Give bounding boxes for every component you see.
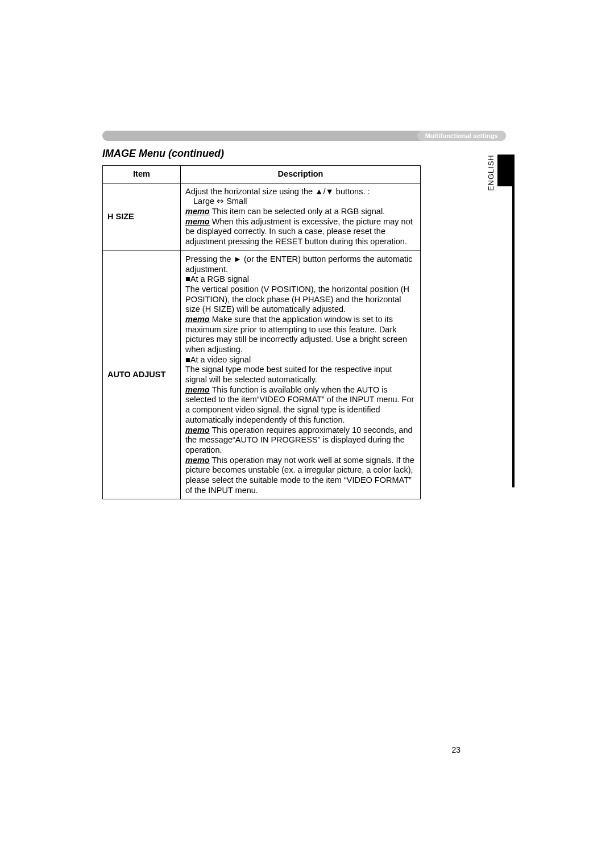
subheading-rgb: ■At a RGB signal [185,274,249,283]
table-row: AUTO ADJUST Pressing the ► (or the ENTER… [103,251,421,499]
item-name-hsize: H SIZE [103,183,181,251]
side-black-tab [497,155,515,186]
text: Large ⇔ Small [185,197,247,207]
item-desc-hsize: Adjust the horizontal size using the ▲/▼… [181,183,421,251]
table-row: H SIZE Adjust the horizontal size using … [103,183,421,251]
text: Pressing the ► (or the ENTER) button per… [185,254,413,274]
side-black-rule [512,186,515,487]
memo-label: memo [185,207,210,216]
memo-label: memo [185,456,210,465]
page: Multifunctional settings IMAGE Menu (con… [0,0,614,868]
header-pill: Multifunctional settings [417,131,506,141]
section-title: IMAGE Menu (continued) [102,148,506,160]
subheading-video: ■At a video signal [185,355,251,364]
col-header-description: Description [181,166,421,183]
page-number: 23 [451,745,460,754]
text: Adjust the horizontal size using the ▲/▼… [185,187,370,196]
text: The vertical position (V POSITION), the … [185,285,409,314]
memo-label: memo [185,425,210,435]
text: Make sure that the application window is… [185,315,407,354]
item-desc-autoadjust: Pressing the ► (or the ENTER) button per… [181,251,421,499]
text: When this adjustment is excessive, the p… [185,217,413,246]
table-header-row: Item Description [103,166,421,183]
image-menu-table: Item Description H SIZE Adjust the horiz… [102,165,421,499]
text: This operation requires approximately 10… [185,425,413,454]
memo-label: memo [185,217,210,226]
side-tab: ENGLISH [487,155,515,192]
text: This item can be selected only at a RGB … [210,207,385,216]
text: This function is available only when the… [185,385,414,424]
header-bar: Multifunctional settings [102,131,506,141]
memo-label: memo [185,315,210,324]
col-header-item: Item [103,166,181,183]
memo-label: memo [185,385,210,394]
text: The signal type mode best suited for the… [185,365,392,384]
text: This operation may not work well at some… [185,456,414,495]
language-label: ENGLISH [487,155,495,192]
item-name-autoadjust: AUTO ADJUST [103,251,181,499]
